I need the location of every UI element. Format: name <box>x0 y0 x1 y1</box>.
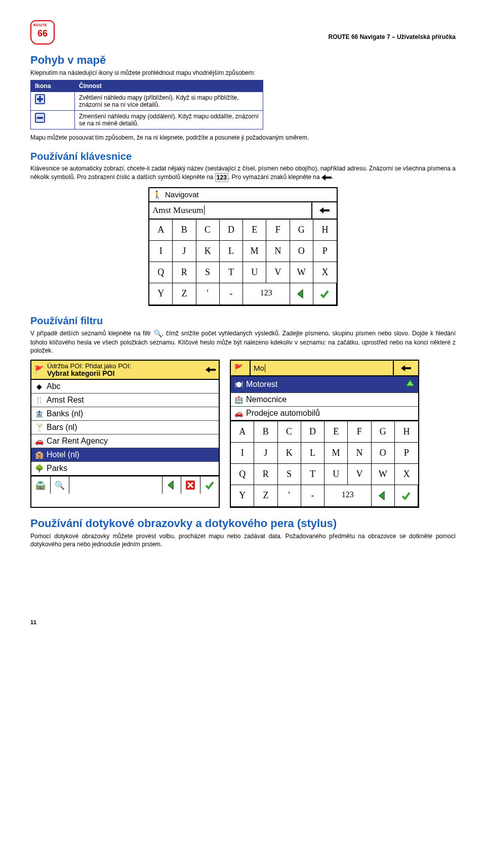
list-item[interactable]: 🏨Hotel (nl) <box>31 448 219 462</box>
key-i[interactable]: I <box>149 241 173 262</box>
key-y[interactable]: Y <box>149 283 173 305</box>
key-e[interactable]: E <box>243 220 266 241</box>
scroll-up-icon[interactable] <box>405 378 415 390</box>
key-f[interactable]: F <box>348 421 371 443</box>
key-j[interactable]: J <box>254 443 277 464</box>
filter-input[interactable]: Mo <box>250 361 390 375</box>
footer-back-button[interactable] <box>163 476 182 494</box>
key-h[interactable]: H <box>395 421 418 443</box>
key-m[interactable]: M <box>325 443 348 464</box>
poi-titlebar: 🚩 Údržba POI: Přidat jako POI: Vybrat ka… <box>31 361 219 380</box>
route66-logo <box>30 20 55 45</box>
key-n[interactable]: N <box>266 241 290 262</box>
list-item[interactable]: 🌳Parks <box>31 462 219 475</box>
poi-list-screenshot: 🚩 Údržba POI: Přidat jako POI: Vybrat ka… <box>30 360 220 508</box>
key-s[interactable]: S <box>278 464 301 485</box>
key-l[interactable]: L <box>301 443 325 464</box>
key-w[interactable]: W <box>372 464 395 485</box>
key-y[interactable]: Y <box>231 485 254 507</box>
key-ok[interactable] <box>313 283 337 305</box>
key-h[interactable]: H <box>313 220 337 241</box>
category-icon: 🏦 <box>34 409 44 418</box>
key-z[interactable]: Z <box>173 283 196 305</box>
key-123[interactable]: 123 <box>325 485 372 507</box>
list-item[interactable]: 🚗Car Rent Agency <box>31 435 219 448</box>
key-q[interactable]: Q <box>231 464 254 485</box>
key-d[interactable]: D <box>220 220 243 241</box>
list-item-label: Hotel (nl) <box>47 450 79 459</box>
key-x[interactable]: X <box>395 464 418 485</box>
key-k[interactable]: K <box>278 443 301 464</box>
footer-ok-button[interactable] <box>200 476 219 494</box>
key-j[interactable]: J <box>173 241 196 262</box>
key-u[interactable]: U <box>325 464 348 485</box>
filter-backspace[interactable] <box>393 361 418 375</box>
map-move-note: Mapu můžete posouvat tím způsobem, že na… <box>30 134 456 142</box>
list-item[interactable]: 🏥Nemocnice <box>231 393 418 407</box>
category-icon: 🏥 <box>234 395 243 404</box>
poi-subtitle: Vybrat kategorii POI <box>47 370 131 377</box>
key-x[interactable]: X <box>313 262 337 283</box>
key-123[interactable]: 123 <box>243 283 290 305</box>
map-move-intro: Klepnutím na následující ikony si můžete… <box>30 69 456 77</box>
key-v[interactable]: V <box>348 464 371 485</box>
key-r[interactable]: R <box>173 262 196 283</box>
key-p[interactable]: P <box>313 241 337 262</box>
key-g[interactable]: G <box>372 421 395 443</box>
key-m[interactable]: M <box>243 241 266 262</box>
key-f[interactable]: F <box>266 220 290 241</box>
list-item-label: Motorest <box>246 380 277 389</box>
key-p[interactable]: P <box>395 443 418 464</box>
kbd-input[interactable]: Amst Museum <box>149 202 311 219</box>
category-icon: 🍸 <box>34 423 44 432</box>
key-d[interactable]: D <box>301 421 325 443</box>
key-e[interactable]: E <box>325 421 348 443</box>
list-item[interactable]: 🍸Bars (nl) <box>31 421 219 435</box>
poi-back-icon[interactable] <box>206 367 216 373</box>
key-t[interactable]: T <box>220 262 243 283</box>
key-ok[interactable] <box>395 485 418 507</box>
key-n[interactable]: N <box>348 443 371 464</box>
category-icon: 🍽️ <box>234 380 243 389</box>
key-z[interactable]: Z <box>254 485 277 507</box>
key-g[interactable]: G <box>290 220 313 241</box>
key-s[interactable]: S <box>196 262 220 283</box>
key-back[interactable] <box>290 283 313 305</box>
list-item-label: Banks (nl) <box>47 409 83 418</box>
poi-title: Údržba POI: Přidat jako POI: <box>47 363 131 370</box>
list-item[interactable]: ◆Abc <box>31 380 219 394</box>
key-u[interactable]: U <box>243 262 266 283</box>
key-r[interactable]: R <box>254 464 277 485</box>
key-l[interactable]: L <box>220 241 243 262</box>
key-v[interactable]: V <box>266 262 290 283</box>
key-q[interactable]: Q <box>149 262 173 283</box>
key-i[interactable]: I <box>231 443 254 464</box>
minus-icon <box>35 113 45 123</box>
list-item[interactable]: 🏦Banks (nl) <box>31 407 219 421</box>
key-'[interactable]: ' <box>196 283 220 305</box>
key-c[interactable]: C <box>278 421 301 443</box>
key-o[interactable]: O <box>290 241 313 262</box>
footer-route-icon[interactable]: 🛣️ <box>31 476 51 494</box>
key-b[interactable]: B <box>173 220 196 241</box>
key-c[interactable]: C <box>196 220 220 241</box>
key--[interactable]: - <box>301 485 325 507</box>
key-w[interactable]: W <box>290 262 313 283</box>
footer-cancel-button[interactable] <box>181 476 200 494</box>
key-k[interactable]: K <box>196 241 220 262</box>
key-a[interactable]: A <box>149 220 173 241</box>
heading-touch: Používání dotykové obrazovky a dotykovéh… <box>30 517 456 530</box>
filter-para-a: V případě delších seznamů klepněte na fi… <box>30 329 153 336</box>
key-a[interactable]: A <box>231 421 254 443</box>
list-item[interactable]: 🍴Amst Rest <box>31 394 219 407</box>
footer-filter-icon[interactable]: 🔍 <box>51 476 70 494</box>
key-o[interactable]: O <box>372 443 395 464</box>
key--[interactable]: - <box>220 283 243 305</box>
kbd-backspace[interactable] <box>311 202 337 219</box>
list-item[interactable]: 🚗Prodejce automobilů <box>231 407 418 420</box>
list-item[interactable]: 🍽️Motorest <box>231 376 418 393</box>
key-b[interactable]: B <box>254 421 277 443</box>
key-back[interactable] <box>372 485 395 507</box>
key-'[interactable]: ' <box>278 485 301 507</box>
key-t[interactable]: T <box>301 464 325 485</box>
